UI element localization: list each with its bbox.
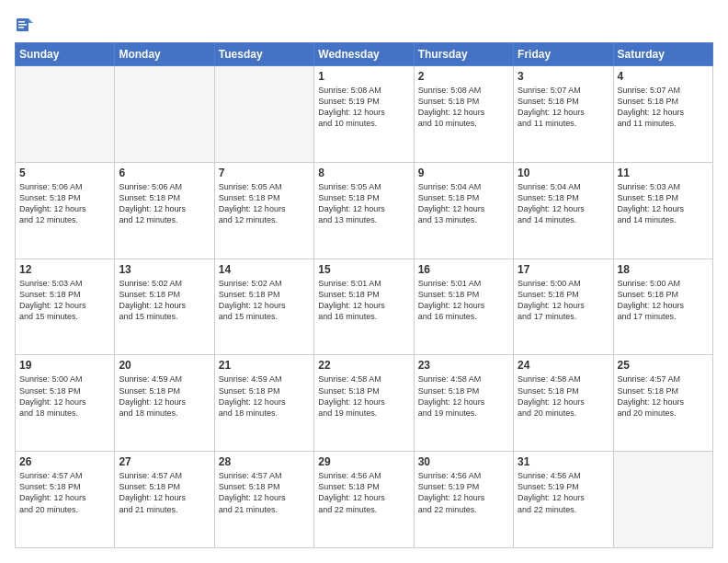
day-number: 28 xyxy=(219,455,310,468)
calendar-day-27: 27Sunrise: 4:57 AM Sunset: 5:18 PM Dayli… xyxy=(115,452,214,548)
calendar-day-11: 11Sunrise: 5:03 AM Sunset: 5:18 PM Dayli… xyxy=(613,162,712,259)
calendar-day-19: 19Sunrise: 5:00 AM Sunset: 5:18 PM Dayli… xyxy=(16,355,115,452)
day-info: Sunrise: 5:07 AM Sunset: 5:18 PM Dayligh… xyxy=(518,85,609,130)
calendar-empty-cell xyxy=(214,66,313,163)
calendar-day-16: 16Sunrise: 5:01 AM Sunset: 5:18 PM Dayli… xyxy=(414,259,513,355)
calendar-day-25: 25Sunrise: 4:57 AM Sunset: 5:18 PM Dayli… xyxy=(613,355,712,452)
calendar-day-29: 29Sunrise: 4:56 AM Sunset: 5:18 PM Dayli… xyxy=(314,452,414,548)
day-info: Sunrise: 5:07 AM Sunset: 5:18 PM Dayligh… xyxy=(618,85,709,130)
col-header-thursday: Thursday xyxy=(414,43,513,66)
calendar-day-10: 10Sunrise: 5:04 AM Sunset: 5:18 PM Dayli… xyxy=(514,162,613,259)
calendar-day-28: 28Sunrise: 4:57 AM Sunset: 5:18 PM Dayli… xyxy=(214,452,313,548)
calendar-day-4: 4Sunrise: 5:07 AM Sunset: 5:18 PM Daylig… xyxy=(613,66,712,163)
col-header-sunday: Sunday xyxy=(16,43,115,66)
day-number: 26 xyxy=(19,455,110,468)
col-header-wednesday: Wednesday xyxy=(314,43,414,66)
header xyxy=(15,15,713,35)
calendar-day-15: 15Sunrise: 5:01 AM Sunset: 5:18 PM Dayli… xyxy=(314,259,414,355)
day-number: 18 xyxy=(618,263,709,276)
calendar-day-30: 30Sunrise: 4:56 AM Sunset: 5:19 PM Dayli… xyxy=(414,452,513,548)
day-info: Sunrise: 5:02 AM Sunset: 5:18 PM Dayligh… xyxy=(119,278,210,323)
calendar-day-20: 20Sunrise: 4:59 AM Sunset: 5:18 PM Dayli… xyxy=(115,355,214,452)
calendar-day-14: 14Sunrise: 5:02 AM Sunset: 5:18 PM Dayli… xyxy=(214,259,313,355)
col-header-friday: Friday xyxy=(514,43,613,66)
day-number: 10 xyxy=(518,167,609,179)
day-info: Sunrise: 4:58 AM Sunset: 5:18 PM Dayligh… xyxy=(418,373,509,419)
day-info: Sunrise: 5:04 AM Sunset: 5:18 PM Dayligh… xyxy=(418,181,509,226)
day-number: 16 xyxy=(418,263,509,276)
col-header-saturday: Saturday xyxy=(613,43,712,66)
day-info: Sunrise: 5:02 AM Sunset: 5:18 PM Dayligh… xyxy=(219,278,310,323)
day-number: 5 xyxy=(19,167,110,179)
calendar-week-row: 19Sunrise: 5:00 AM Sunset: 5:18 PM Dayli… xyxy=(16,355,713,452)
calendar-day-21: 21Sunrise: 4:59 AM Sunset: 5:18 PM Dayli… xyxy=(214,355,313,452)
day-number: 20 xyxy=(119,359,210,372)
calendar-day-12: 12Sunrise: 5:03 AM Sunset: 5:18 PM Dayli… xyxy=(16,259,115,355)
day-info: Sunrise: 4:58 AM Sunset: 5:18 PM Dayligh… xyxy=(318,373,409,419)
calendar-day-24: 24Sunrise: 4:58 AM Sunset: 5:18 PM Dayli… xyxy=(514,355,613,452)
day-info: Sunrise: 5:00 AM Sunset: 5:18 PM Dayligh… xyxy=(19,373,110,419)
day-info: Sunrise: 4:58 AM Sunset: 5:18 PM Dayligh… xyxy=(518,373,609,419)
calendar-empty-cell xyxy=(16,66,115,163)
calendar-day-13: 13Sunrise: 5:02 AM Sunset: 5:18 PM Dayli… xyxy=(115,259,214,355)
calendar-day-23: 23Sunrise: 4:58 AM Sunset: 5:18 PM Dayli… xyxy=(414,355,513,452)
day-number: 17 xyxy=(518,263,609,276)
logo xyxy=(15,15,37,35)
day-number: 11 xyxy=(618,167,709,179)
day-info: Sunrise: 4:57 AM Sunset: 5:18 PM Dayligh… xyxy=(19,470,110,515)
day-number: 14 xyxy=(219,263,310,276)
day-info: Sunrise: 5:00 AM Sunset: 5:18 PM Dayligh… xyxy=(618,278,709,323)
day-number: 31 xyxy=(518,455,609,468)
day-number: 1 xyxy=(318,70,409,83)
col-header-tuesday: Tuesday xyxy=(214,43,313,66)
calendar-day-18: 18Sunrise: 5:00 AM Sunset: 5:18 PM Dayli… xyxy=(613,259,712,355)
day-number: 4 xyxy=(618,70,709,83)
day-number: 21 xyxy=(219,359,310,372)
calendar-day-1: 1Sunrise: 5:08 AM Sunset: 5:19 PM Daylig… xyxy=(314,66,414,163)
calendar-week-row: 12Sunrise: 5:03 AM Sunset: 5:18 PM Dayli… xyxy=(16,259,713,355)
day-info: Sunrise: 5:03 AM Sunset: 5:18 PM Dayligh… xyxy=(19,278,110,323)
day-info: Sunrise: 5:04 AM Sunset: 5:18 PM Dayligh… xyxy=(518,181,609,226)
day-info: Sunrise: 4:57 AM Sunset: 5:18 PM Dayligh… xyxy=(119,470,210,515)
day-info: Sunrise: 4:56 AM Sunset: 5:19 PM Dayligh… xyxy=(518,470,609,515)
day-number: 19 xyxy=(19,359,110,372)
day-info: Sunrise: 5:05 AM Sunset: 5:18 PM Dayligh… xyxy=(318,181,409,226)
day-info: Sunrise: 5:03 AM Sunset: 5:18 PM Dayligh… xyxy=(618,181,709,226)
calendar-day-22: 22Sunrise: 4:58 AM Sunset: 5:18 PM Dayli… xyxy=(314,355,414,452)
calendar-week-row: 26Sunrise: 4:57 AM Sunset: 5:18 PM Dayli… xyxy=(16,452,713,548)
day-number: 3 xyxy=(518,70,609,83)
day-info: Sunrise: 4:57 AM Sunset: 5:18 PM Dayligh… xyxy=(618,373,709,419)
day-number: 29 xyxy=(318,455,409,468)
day-info: Sunrise: 4:59 AM Sunset: 5:18 PM Dayligh… xyxy=(119,373,210,419)
day-info: Sunrise: 5:01 AM Sunset: 5:18 PM Dayligh… xyxy=(318,278,409,323)
svg-rect-4 xyxy=(18,27,24,29)
day-number: 9 xyxy=(418,167,509,179)
day-number: 23 xyxy=(418,359,509,372)
calendar-day-26: 26Sunrise: 4:57 AM Sunset: 5:18 PM Dayli… xyxy=(16,452,115,548)
col-header-monday: Monday xyxy=(115,43,214,66)
calendar-day-5: 5Sunrise: 5:06 AM Sunset: 5:18 PM Daylig… xyxy=(16,162,115,259)
calendar-header-row: SundayMondayTuesdayWednesdayThursdayFrid… xyxy=(16,43,713,66)
svg-rect-3 xyxy=(18,24,27,26)
day-info: Sunrise: 5:08 AM Sunset: 5:18 PM Dayligh… xyxy=(418,85,509,130)
day-number: 7 xyxy=(219,167,310,179)
day-info: Sunrise: 4:59 AM Sunset: 5:18 PM Dayligh… xyxy=(219,373,310,419)
day-number: 2 xyxy=(418,70,509,83)
calendar-table: SundayMondayTuesdayWednesdayThursdayFrid… xyxy=(15,42,713,548)
calendar-week-row: 1Sunrise: 5:08 AM Sunset: 5:19 PM Daylig… xyxy=(16,66,713,163)
day-info: Sunrise: 5:06 AM Sunset: 5:18 PM Dayligh… xyxy=(119,181,210,226)
calendar-empty-cell xyxy=(613,452,712,548)
logo-icon xyxy=(17,15,33,35)
day-number: 27 xyxy=(119,455,210,468)
day-number: 15 xyxy=(318,263,409,276)
day-info: Sunrise: 5:05 AM Sunset: 5:18 PM Dayligh… xyxy=(219,181,310,226)
page: SundayMondayTuesdayWednesdayThursdayFrid… xyxy=(0,0,728,563)
day-number: 13 xyxy=(119,263,210,276)
day-number: 8 xyxy=(318,167,409,179)
calendar-day-31: 31Sunrise: 4:56 AM Sunset: 5:19 PM Dayli… xyxy=(514,452,613,548)
calendar-day-9: 9Sunrise: 5:04 AM Sunset: 5:18 PM Daylig… xyxy=(414,162,513,259)
day-number: 22 xyxy=(318,359,409,372)
calendar-day-6: 6Sunrise: 5:06 AM Sunset: 5:18 PM Daylig… xyxy=(115,162,214,259)
day-info: Sunrise: 4:56 AM Sunset: 5:19 PM Dayligh… xyxy=(418,470,509,515)
day-number: 30 xyxy=(418,455,509,468)
